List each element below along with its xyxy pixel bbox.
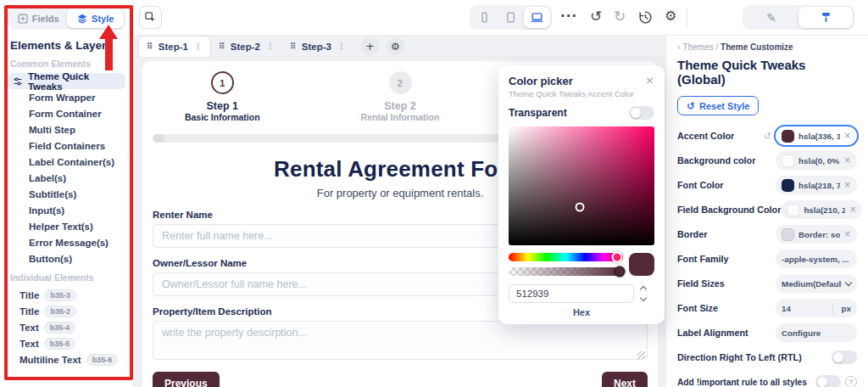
label-alignment-configure[interactable]: Configure [776, 323, 857, 342]
hue-slider[interactable] [509, 253, 623, 261]
layer-item-title-b35-3[interactable]: Titleb35-3 [8, 287, 125, 303]
layer-item-label-containers[interactable]: Label Container(s) [8, 154, 125, 170]
form-builder-app: Fields Style Elements & Layers Common El… [0, 0, 868, 387]
gear-icon: ⚙ [665, 9, 676, 23]
layer-item-title-b35-2[interactable]: Titleb35-2 [8, 303, 125, 319]
step-indicator-2[interactable]: 2 Step 2 Rental Information [332, 71, 468, 122]
field-sizes-select[interactable]: Medium(Default) [776, 274, 857, 293]
layer-item-form-wrapper[interactable]: Form Wrapper [8, 89, 125, 105]
layer-item-inputs[interactable]: Input(s) [8, 202, 125, 218]
step-tab-2[interactable]: ⠿ Step-2 ⋮ [211, 36, 282, 57]
tab-style-label: Style [92, 14, 114, 24]
layer-item-text-b35-5[interactable]: Textb35-5 [8, 335, 125, 351]
select-tool-button[interactable] [139, 6, 162, 29]
steps-settings-button[interactable]: ⚙ [387, 37, 404, 55]
step-indicator-1[interactable]: 1 Step 1 Basic Information [154, 71, 290, 122]
saturation-value-area[interactable] [509, 126, 654, 245]
alpha-slider[interactable] [509, 267, 623, 276]
saturation-handle[interactable] [576, 203, 585, 212]
step-tab-1[interactable]: ⠿ Step-1 ⋮ [138, 36, 211, 57]
settings-button[interactable]: ⚙ [665, 9, 676, 23]
reset-icon[interactable]: ↺ [764, 132, 771, 141]
history-icon [638, 10, 653, 25]
tab-menu-icon[interactable]: ⋮ [265, 42, 275, 51]
setting-row-label-alignment: Label Alignment Configure [677, 323, 857, 342]
theme-tweaks-panel: ‹ Themes / Theme Customize Theme Quick T… [665, 36, 868, 387]
clear-icon[interactable]: × [849, 205, 856, 214]
layer-item-form-container[interactable]: Form Container [8, 105, 125, 121]
setting-row-border: Border Border: soli... × [677, 225, 857, 244]
layer-item-buttons[interactable]: Button(s) [8, 250, 125, 266]
element-id-badge: b35-3 [44, 289, 76, 301]
layer-item-label: Theme Quick Tweaks [28, 71, 125, 92]
clear-icon[interactable]: × [844, 181, 851, 189]
more-options-button[interactable]: ··· [560, 10, 577, 23]
top-toolbar: ··· ↺ ↻ ⚙ ✎ [134, 0, 868, 36]
tab-menu-icon[interactable]: ⋮ [193, 42, 203, 52]
plus-icon: + [365, 41, 375, 52]
font-color-pill[interactable]: hsla(218, 76... × [776, 176, 857, 194]
undo-button[interactable]: ↺ [590, 9, 602, 24]
font-size-input[interactable]: 14 px [776, 299, 857, 317]
layer-item-multi-step[interactable]: Multi Step [8, 121, 125, 137]
tab-style[interactable]: Style [67, 8, 125, 28]
edit-mode-button[interactable]: ✎ [744, 7, 798, 28]
alpha-handle[interactable] [614, 266, 625, 278]
tab-menu-icon[interactable]: ⋮ [337, 42, 346, 51]
customize-mode-button[interactable] [798, 7, 853, 28]
rtl-toggle[interactable] [832, 351, 857, 364]
accent-color-pill[interactable]: hsla(336, 32... × [776, 126, 857, 145]
previous-button[interactable]: Previous [153, 372, 220, 387]
important-toggle[interactable] [815, 375, 841, 387]
breadcrumb-root[interactable]: Themes [683, 42, 714, 52]
border-pill[interactable]: Border: soli... × [776, 225, 857, 244]
device-preview-switch [470, 5, 552, 30]
breadcrumb: ‹ Themes / Theme Customize [677, 42, 857, 52]
preview-tablet-button[interactable] [498, 7, 524, 28]
transparent-toggle[interactable] [629, 106, 654, 120]
step-tab-3[interactable]: ⠿ Step-3 ⋮ [282, 36, 353, 57]
layer-item-helper-texts[interactable]: Helper Text(s) [8, 218, 125, 234]
tab-fields[interactable]: Fields [9, 8, 67, 28]
layer-item-field-containers[interactable]: Field Containers [8, 137, 125, 154]
format-stepper[interactable] [641, 287, 646, 300]
undo-icon: ↺ [590, 9, 602, 24]
clear-icon[interactable]: × [844, 132, 851, 140]
layer-item-multiline-text-b35-6[interactable]: Multiline Textb35-6 [8, 351, 125, 367]
setting-row-field-background-color: Field Background Color hsla(210, 25... × [677, 200, 857, 219]
reset-style-button[interactable]: ↺ Reset Style [677, 96, 759, 115]
sliders-icon [13, 76, 23, 87]
drag-handle-icon[interactable]: ⠿ [147, 42, 153, 51]
layer-item-theme-quick-tweaks[interactable]: Theme Quick Tweaks [8, 73, 125, 89]
font-family-pill[interactable]: -apple-system, ... [776, 250, 857, 268]
color-picker-title: Color picker [509, 75, 654, 87]
layer-item-text-b35-4[interactable]: Textb35-4 [8, 319, 125, 335]
layer-item-error-messages[interactable]: Error Message(s) [8, 234, 125, 250]
close-icon[interactable]: × [645, 75, 654, 86]
redo-button[interactable]: ↻ [614, 9, 626, 24]
clear-icon[interactable]: × [844, 156, 851, 165]
clear-icon[interactable]: × [844, 230, 851, 238]
drag-handle-icon[interactable]: ⠿ [219, 42, 225, 51]
section-common-elements: Common Elements [10, 59, 125, 69]
hex-value-input[interactable] [509, 284, 634, 303]
border-swatch [782, 228, 794, 241]
add-step-button[interactable]: + [361, 37, 379, 55]
color-picker-subtitle: Theme Quick Tweaks Accent Color [509, 89, 654, 98]
chevron-up-icon [640, 286, 647, 293]
layer-item-labels[interactable]: Label(s) [8, 170, 125, 186]
gear-icon: ⚙ [391, 42, 400, 52]
preview-desktop-button[interactable] [524, 7, 550, 28]
transparent-label: Transparent [509, 107, 567, 119]
next-button[interactable]: Next [602, 372, 648, 387]
help-icon[interactable]: ? [845, 376, 857, 387]
back-chevron-icon[interactable]: ‹ [677, 42, 681, 52]
preview-mobile-button[interactable] [471, 7, 498, 28]
field-background-color-pill[interactable]: hsla(210, 25... × [781, 200, 862, 219]
background-color-pill[interactable]: hsla(0, 0%, ... × [776, 151, 857, 170]
property-description-textarea[interactable] [153, 321, 648, 360]
history-button[interactable] [638, 10, 653, 25]
hue-handle[interactable] [612, 252, 623, 263]
layer-item-subtitles[interactable]: Subtitle(s) [8, 186, 125, 202]
drag-handle-icon[interactable]: ⠿ [290, 42, 297, 51]
